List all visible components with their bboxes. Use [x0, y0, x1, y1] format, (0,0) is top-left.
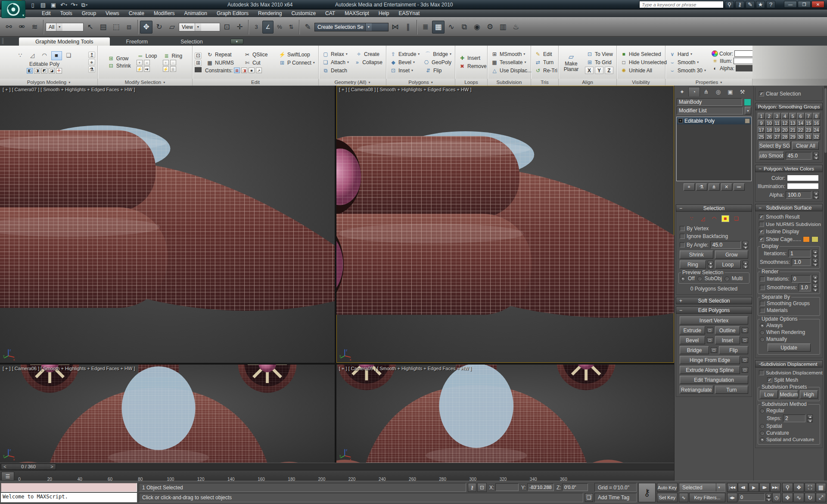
to-grid-button[interactable]: ⊞To Grid	[585, 59, 613, 66]
preview-subobj-radio[interactable]	[697, 276, 702, 281]
reference-coordinate-dropdown[interactable]: View ▾	[179, 23, 220, 31]
percent-snap-icon[interactable]: %	[274, 21, 285, 34]
modifier-list-arrow-icon[interactable]: ▾	[745, 107, 751, 114]
preview-multi-radio[interactable]	[724, 276, 729, 281]
by-vertex-checkbox[interactable]	[680, 226, 685, 231]
nurms-button[interactable]: ▦NURMS	[205, 59, 241, 67]
prev-frame-icon[interactable]: <	[1, 464, 9, 469]
viewport-bottom-right[interactable]: [ + ] [ Camera05 ] [ Smooth + Highlights…	[336, 365, 674, 463]
hierarchy-tab-icon[interactable]: ⋔	[700, 87, 712, 96]
zoom-all-icon[interactable]: ❖	[793, 483, 804, 492]
polygon-mode-icon[interactable]: ■	[51, 51, 62, 60]
select-and-rotate-icon[interactable]: ↻	[153, 21, 165, 34]
pconnect-button[interactable]: ⊞P Connect▾	[277, 59, 316, 67]
dropdown-arrow-icon[interactable]: ▾	[195, 23, 201, 31]
rectangular-selection-region-icon[interactable]: ⬚	[110, 21, 122, 34]
subdivision-surface-header[interactable]: −Subdivision Surface	[755, 204, 823, 211]
track-bar-filter-icon[interactable]: ☰	[1, 472, 14, 481]
tab-freeform[interactable]: Freeform	[110, 37, 165, 46]
isoline-display-checkbox[interactable]: ✓	[759, 229, 764, 234]
viewport-top-left[interactable]: [ + ] [ Camera07 ] [ Smooth + Highlights…	[0, 86, 335, 363]
clipboard-icon[interactable]: ⧉▾	[80, 1, 89, 9]
selection-lock-icon[interactable]: ⚷	[468, 483, 476, 492]
constrain-edge-icon[interactable]: ◨	[241, 68, 247, 73]
section-label-polygons[interactable]: Polygons▾	[386, 79, 455, 86]
edit-named-selection-sets-icon[interactable]: ✎	[302, 21, 314, 34]
ignore-backfacing-checkbox[interactable]	[680, 234, 685, 239]
vc-alpha-field[interactable]: 100.0	[786, 191, 811, 199]
make-unique-icon[interactable]: ⋔	[709, 183, 720, 191]
hide-selected-button[interactable]: ■Hide Selected	[619, 50, 662, 58]
smoothing-group-button[interactable]: 11	[774, 120, 781, 126]
x-coordinate-field[interactable]	[495, 483, 519, 491]
zoom-extents-icon[interactable]: ⛶	[805, 483, 815, 492]
play-icon[interactable]: ▶	[749, 483, 759, 492]
subscription-key-icon[interactable]: ⚷	[735, 1, 744, 8]
add-time-tag[interactable]: Add Time Tag	[594, 493, 637, 502]
smoothing-group-button[interactable]: 30	[797, 133, 804, 140]
preset-medium-button[interactable]: Medium	[780, 390, 798, 399]
minimize-ribbon-icon[interactable]: ▼	[230, 39, 243, 44]
dot-loop-icon[interactable]: •▾	[144, 66, 150, 72]
remove-modifier-icon[interactable]: ✕	[721, 183, 732, 191]
steps-field[interactable]: 2	[783, 414, 805, 422]
smoothing-group-button[interactable]: 29	[789, 133, 796, 140]
panel-scrollbar[interactable]	[824, 86, 827, 481]
smoothing-group-button[interactable]: 12	[781, 120, 789, 126]
turn-button[interactable]: Turn	[715, 386, 749, 394]
preset-low-button[interactable]: Low	[760, 390, 778, 399]
select-by-sg-button[interactable]: Select By SG	[759, 142, 790, 150]
align-x-button[interactable]: X	[585, 67, 594, 74]
dropdown-arrow-icon[interactable]: ▾	[56, 23, 62, 31]
vc-alpha-spinner[interactable]	[813, 191, 819, 199]
modify-mode-icon[interactable]: ◧	[27, 68, 33, 74]
update-always-radio[interactable]	[760, 323, 765, 328]
favorites-icon[interactable]: ★	[756, 1, 765, 8]
edge-mode-icon[interactable]: ◿	[27, 51, 38, 60]
menu-item[interactable]: EASYnat	[394, 9, 425, 17]
render-setup-icon[interactable]: ⚙	[484, 21, 496, 34]
insert-loop-button[interactable]: ✚Insert	[457, 55, 482, 62]
display-tab-icon[interactable]: ▣	[724, 87, 736, 96]
shrink-button[interactable]: Shrink	[680, 250, 713, 259]
menu-item[interactable]: Help	[374, 9, 394, 17]
go-to-end-icon[interactable]: ▶▶|	[770, 483, 780, 492]
close-button[interactable]: ✕	[811, 1, 824, 8]
constrain-none-icon[interactable]: ⊠	[234, 68, 240, 73]
search-icon[interactable]: ⚲	[725, 1, 734, 8]
set-keys-icon[interactable]: ⚷	[638, 483, 656, 502]
maxscript-mini-listener[interactable]: Welcome to MAXScript.	[1, 493, 137, 502]
retri-button[interactable]: ↺Re-Tri	[533, 67, 559, 74]
smoothing-group-button[interactable]: 27	[774, 133, 781, 140]
viewport-label[interactable]: [ + ] [ Camera08 ] [ Smooth + Highlights…	[339, 87, 472, 92]
menu-item[interactable]: Create	[124, 9, 149, 17]
ring-grow-icon[interactable]: +	[163, 60, 169, 65]
show-cage-checkbox[interactable]: ✓	[759, 237, 764, 242]
pin-stack-icon[interactable]: ⌖	[88, 59, 95, 65]
select-by-name-icon[interactable]: ▤	[97, 21, 109, 34]
clear-all-button[interactable]: Clear All	[792, 142, 819, 150]
section-label-geometry[interactable]: Geometry (All)▾	[319, 79, 386, 86]
flip-button[interactable]: Flip	[719, 346, 748, 354]
grow-button[interactable]: ⊞ Grow	[106, 55, 132, 62]
window-crossing-icon[interactable]: ⧈	[123, 21, 135, 34]
viewport-label[interactable]: [ + ] [ Camera07 ] [ Smooth + Highlights…	[3, 87, 135, 92]
graphite-ribbon-toggle-icon[interactable]: ▦	[432, 21, 445, 34]
edit-polygons-header[interactable]: −Edit Polygons	[676, 306, 752, 314]
key-mode-toggle-icon[interactable]: ◀▶	[727, 493, 737, 502]
selection-filter-dropdown[interactable]: All ▾	[46, 23, 84, 31]
subdivision-displacement-header[interactable]: −Subdivision Displacement	[755, 360, 823, 368]
menu-item[interactable]: Customize	[286, 9, 320, 17]
attach-button[interactable]: ❏Attach▾	[321, 59, 351, 66]
material-editor-icon[interactable]: ◉	[471, 21, 483, 34]
swiftloop-button[interactable]: ⚡SwiftLoop	[277, 51, 311, 59]
select-object-icon[interactable]: ↖	[84, 21, 96, 34]
maximize-viewport-icon[interactable]: ⤢	[816, 493, 826, 502]
curve-editor-icon[interactable]: ∿	[445, 21, 457, 34]
pin-stack-icon[interactable]: ⌖	[684, 183, 695, 191]
absolute-offset-toggle-icon[interactable]: ⊡	[477, 483, 487, 492]
application-menu-button[interactable]: ▾	[1, 0, 25, 18]
smoothing-group-button[interactable]: 26	[765, 133, 773, 140]
utilities-tab-icon[interactable]: ⚒	[737, 87, 748, 96]
sel-element-icon[interactable]: ❏	[733, 215, 740, 222]
